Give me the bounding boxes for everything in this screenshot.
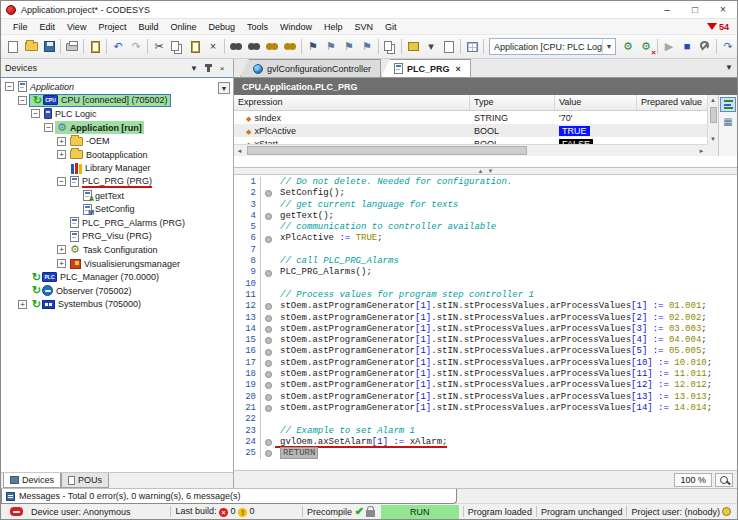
- column-header-expression[interactable]: Expression: [234, 95, 470, 110]
- tree-expander-icon[interactable]: +: [57, 150, 66, 159]
- editor-tab-gvlconfigurationcontroller[interactable]: gvlConfigurationController: [240, 59, 381, 77]
- tree-expander-icon[interactable]: −: [57, 177, 66, 186]
- breakpoint-gutter[interactable]: [261, 403, 275, 414]
- tab-list-dropdown-icon[interactable]: ▼: [725, 63, 733, 72]
- value-cell[interactable]: TRUE: [555, 126, 637, 136]
- active-application-combobox[interactable]: Application [CPU: PLC Logic] ▼: [489, 38, 616, 55]
- scroll-up-icon[interactable]: ▲: [708, 95, 718, 105]
- breakpoint-gutter[interactable]: [261, 290, 275, 301]
- tree-item-cpu-connected-705002[interactable]: −↻CPUCPU [connected] (705002): [1, 94, 233, 108]
- build-dropdown-icon[interactable]: ▾: [422, 37, 440, 56]
- new-file-icon[interactable]: [4, 37, 22, 56]
- tree-item-application[interactable]: −Application▼: [1, 80, 233, 94]
- tree-item-plc-manager-70-0000[interactable]: ↻PLCPLC_Manager (70.0000): [1, 270, 233, 284]
- menu-svn[interactable]: SVN: [349, 21, 380, 33]
- breakpoint-gutter[interactable]: [261, 448, 275, 459]
- breakpoint-gutter[interactable]: [261, 301, 275, 312]
- tree-expander-icon[interactable]: −: [44, 123, 53, 132]
- menu-file[interactable]: File: [7, 21, 34, 33]
- watch-horizontal-scrollbar[interactable]: ◄ ►: [234, 144, 707, 156]
- clean-icon[interactable]: [440, 37, 458, 56]
- breakpoint-gutter[interactable]: [261, 256, 275, 267]
- tree-item-visualisierungsmanager[interactable]: +Visualisierungsmanager: [1, 257, 233, 271]
- tree-expander-icon[interactable]: +: [57, 137, 66, 146]
- tree-item-prg-visu-prg[interactable]: PRG_Visu (PRG): [1, 230, 233, 244]
- breakpoint-gutter[interactable]: [261, 335, 275, 346]
- tree-expander-icon[interactable]: +: [57, 245, 66, 254]
- zoom-tool-icon[interactable]: [715, 473, 733, 487]
- breakpoint-gutter[interactable]: [261, 346, 275, 357]
- scroll-down-icon[interactable]: ▼: [708, 134, 718, 144]
- breakpoint-gutter[interactable]: [261, 380, 275, 391]
- tree-item-plc-logic[interactable]: −PLC Logic: [1, 107, 233, 121]
- save-icon[interactable]: [40, 37, 58, 56]
- maximize-button[interactable]: □: [681, 1, 709, 18]
- code-editor[interactable]: 1// Do not delete. Needed for configurat…: [234, 175, 737, 470]
- tree-item-systembus-705000[interactable]: +↻Systembus (705000): [1, 298, 233, 312]
- tree-item-library-manager[interactable]: Library Manager: [1, 162, 233, 176]
- pin-icon[interactable]: [201, 61, 215, 75]
- open-file-icon[interactable]: [22, 37, 40, 56]
- chevron-down-icon[interactable]: ▼: [602, 39, 615, 54]
- breakpoint-gutter[interactable]: [261, 358, 275, 369]
- print-icon[interactable]: [63, 37, 81, 56]
- tree-item-plc-prg-alarms-prg[interactable]: PLC_PRG_Alarms (PRG): [1, 216, 233, 230]
- tree-item-oem[interactable]: +-OEM: [1, 134, 233, 148]
- library-update-icon[interactable]: [463, 37, 481, 56]
- breakpoint-gutter[interactable]: [261, 279, 275, 290]
- table-row[interactable]: ◆xStartBOOLFALSE: [234, 137, 707, 144]
- tree-item-gettext[interactable]: AgetText: [1, 189, 233, 203]
- menu-project[interactable]: Project: [92, 21, 132, 33]
- tab-close-icon[interactable]: ×: [456, 64, 461, 74]
- table-row[interactable]: ◆sIndexSTRING'70': [234, 111, 707, 124]
- find-in-project-icon[interactable]: [263, 37, 281, 56]
- bookmark-clear-icon[interactable]: ⚑: [358, 37, 376, 56]
- splitter-up-icon[interactable]: ▲: [478, 168, 484, 174]
- breakpoint-gutter[interactable]: [261, 414, 275, 425]
- tree-item-plc-prg-prg[interactable]: −PLC_PRG (PRG): [1, 175, 233, 189]
- menu-debug[interactable]: Debug: [202, 21, 241, 33]
- breakpoint-gutter[interactable]: [261, 233, 275, 244]
- table-row[interactable]: ◆xPlcActiveBOOLTRUE: [234, 124, 707, 137]
- breakpoint-gutter[interactable]: [261, 188, 275, 199]
- tree-expander-icon[interactable]: +: [18, 300, 27, 309]
- breakpoint-gutter[interactable]: [261, 245, 275, 256]
- value-cell[interactable]: '70': [555, 113, 637, 123]
- scroll-right-icon[interactable]: ►: [696, 148, 707, 154]
- breakpoint-gutter[interactable]: [261, 222, 275, 233]
- logout-icon[interactable]: ⚙: [637, 37, 655, 56]
- watch-vertical-scrollbar[interactable]: ▲ ▼: [707, 95, 718, 144]
- tree-item-observer-705002[interactable]: ↻Observer (705002): [1, 284, 233, 298]
- start-icon[interactable]: ▶: [660, 37, 678, 56]
- tree-expander-icon[interactable]: −: [5, 82, 14, 91]
- cut-icon[interactable]: ✂: [150, 37, 168, 56]
- minimize-button[interactable]: –: [653, 1, 681, 18]
- notification-flag[interactable]: 54: [707, 22, 737, 32]
- breakpoint-gutter[interactable]: [261, 369, 275, 380]
- breakpoint-gutter[interactable]: [261, 392, 275, 403]
- bookmark-next-icon[interactable]: ⚑: [322, 37, 340, 56]
- paste-project-icon[interactable]: [86, 37, 104, 56]
- panel-close-icon[interactable]: ×: [215, 61, 229, 75]
- login-icon[interactable]: ⚙: [619, 37, 637, 56]
- breakpoint-gutter[interactable]: [261, 426, 275, 437]
- delete-icon[interactable]: ×: [204, 37, 222, 56]
- menu-build[interactable]: Build: [132, 21, 164, 33]
- breakpoint-gutter[interactable]: [261, 313, 275, 324]
- panel-menu-icon[interactable]: ▼: [187, 61, 201, 75]
- editor-tab-plc_prg[interactable]: PLC_PRG×: [381, 59, 471, 77]
- close-button[interactable]: ×: [709, 1, 737, 18]
- splitter-down-icon[interactable]: ▼: [488, 168, 494, 174]
- menu-help[interactable]: Help: [318, 21, 349, 33]
- stop-icon[interactable]: ■: [678, 37, 696, 56]
- replace-in-project-icon[interactable]: [281, 37, 299, 56]
- declaration-view-button[interactable]: [720, 97, 736, 112]
- breakpoint-gutter[interactable]: [261, 267, 275, 278]
- editor-splitter[interactable]: ▲ ▼: [234, 168, 737, 175]
- scrollbar-thumb[interactable]: [710, 107, 717, 123]
- tree-item-task-configuration[interactable]: +⚙Task Configuration: [1, 243, 233, 257]
- menu-window[interactable]: Window: [274, 21, 318, 33]
- column-header-value[interactable]: Value: [555, 95, 637, 110]
- tree-expander-icon[interactable]: −: [18, 96, 27, 105]
- menu-tools[interactable]: Tools: [241, 21, 274, 33]
